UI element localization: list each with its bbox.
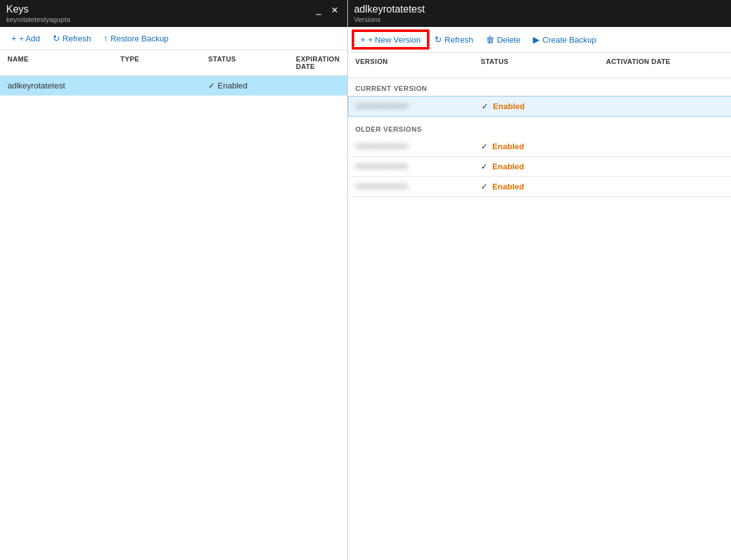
left-window-controls: ⎯ ✕ bbox=[313, 4, 341, 16]
right-table-body: CURRENT VERSION •••••••••••••••••••• ✓ E… bbox=[348, 78, 731, 560]
older-version-row-3[interactable]: •••••••••••••••••••• ✓ Enabled bbox=[348, 177, 731, 197]
vcol-header-status: STATUS bbox=[481, 58, 606, 73]
older-version-status-2: ✓ Enabled bbox=[481, 162, 606, 171]
current-check-icon: ✓ bbox=[481, 102, 488, 111]
older-enabled-text-3: Enabled bbox=[492, 182, 524, 191]
col-header-expdate: EXPIRATION DATE bbox=[296, 55, 340, 70]
add-button[interactable]: + + Add bbox=[5, 31, 46, 46]
restore-backup-label: Restore Backup bbox=[110, 34, 169, 43]
older-enabled-text-2: Enabled bbox=[492, 162, 524, 171]
blurred-older-id-1: •••••••••••••••••••• bbox=[355, 142, 408, 151]
left-title-info: Keys keyrotatetestyagupta bbox=[6, 4, 70, 23]
left-refresh-label: Refresh bbox=[63, 34, 92, 43]
right-refresh-button[interactable]: ↻ Refresh bbox=[428, 32, 480, 47]
left-refresh-icon: ↻ bbox=[53, 33, 60, 43]
new-version-button[interactable]: + + New Version bbox=[353, 31, 428, 48]
right-panel-title: adlkeyrotatetest bbox=[354, 4, 425, 15]
vcol-header-activation: ACTIVATION DATE bbox=[606, 58, 731, 73]
older-check-icon-1: ✓ bbox=[481, 142, 488, 151]
vcol-header-version: VERSION bbox=[355, 58, 481, 73]
older-version-row-2[interactable]: •••••••••••••••••••• ✓ Enabled bbox=[348, 157, 731, 177]
older-check-icon-2: ✓ bbox=[481, 162, 488, 171]
current-version-label: CURRENT VERSION bbox=[348, 78, 731, 96]
right-title-bar: adlkeyrotatetest Versions ⎯ ✕ bbox=[348, 0, 731, 27]
older-version-id-1: •••••••••••••••••••• bbox=[355, 142, 481, 151]
current-version-status: ✓ Enabled bbox=[481, 102, 607, 111]
left-toolbar: + + Add ↻ Refresh ↑ Restore Backup bbox=[0, 27, 347, 50]
new-version-icon: + bbox=[360, 34, 366, 45]
left-panel-subtitle: keyrotatetestyagupta bbox=[6, 16, 70, 23]
current-version-row[interactable]: •••••••••••••••••••• ✓ Enabled bbox=[348, 96, 731, 117]
left-panel-title: Keys bbox=[6, 4, 70, 15]
row-name: adlkeyrotatetest bbox=[8, 81, 120, 90]
create-backup-button[interactable]: ▶ Create Backup bbox=[527, 32, 602, 47]
older-version-status-3: ✓ Enabled bbox=[481, 182, 606, 191]
right-title-info: adlkeyrotatetest Versions bbox=[354, 4, 425, 23]
delete-button[interactable]: 🗑 Delete bbox=[480, 32, 527, 47]
right-panel-subtitle: Versions bbox=[354, 16, 425, 23]
left-panel: Keys keyrotatetestyagupta ⎯ ✕ + + Add ↻ … bbox=[0, 0, 348, 560]
right-panel: adlkeyrotatetest Versions ⎯ ✕ + + New Ve… bbox=[348, 0, 731, 560]
delete-icon: 🗑 bbox=[486, 34, 495, 45]
left-close-btn[interactable]: ✕ bbox=[329, 4, 341, 16]
restore-icon: ↑ bbox=[103, 33, 108, 43]
older-enabled-text-1: Enabled bbox=[492, 142, 524, 151]
right-toolbar: + + New Version ↻ Refresh 🗑 Delete ▶ Cre… bbox=[348, 27, 731, 53]
older-version-id-3: •••••••••••••••••••• bbox=[355, 182, 481, 191]
table-row[interactable]: adlkeyrotatetest ✓ Enabled bbox=[0, 76, 347, 96]
right-table-header: VERSION STATUS ACTIVATION DATE EXPIRATIO… bbox=[348, 53, 731, 78]
right-refresh-icon: ↻ bbox=[434, 34, 442, 45]
check-icon: ✓ bbox=[208, 81, 215, 90]
older-version-status-1: ✓ Enabled bbox=[481, 142, 606, 151]
restore-backup-button[interactable]: ↑ Restore Backup bbox=[97, 31, 175, 46]
create-backup-label: Create Backup bbox=[542, 35, 596, 45]
add-label: + Add bbox=[19, 34, 40, 43]
create-backup-icon: ▶ bbox=[533, 34, 540, 45]
current-version-id: •••••••••••••••••••• bbox=[356, 102, 481, 111]
older-check-icon-3: ✓ bbox=[481, 182, 488, 191]
left-title-bar: Keys keyrotatetestyagupta ⎯ ✕ bbox=[0, 0, 347, 27]
blurred-older-id-2: •••••••••••••••••••• bbox=[355, 162, 408, 171]
new-version-label: + New Version bbox=[368, 35, 421, 45]
right-refresh-label: Refresh bbox=[444, 35, 473, 45]
blurred-version-id: •••••••••••••••••••• bbox=[356, 102, 409, 111]
left-table-header: NAME TYPE STATUS EXPIRATION DATE bbox=[0, 50, 347, 76]
older-versions-label: OLDER VERSIONS bbox=[348, 119, 731, 137]
left-refresh-button[interactable]: ↻ Refresh bbox=[46, 31, 98, 46]
status-text: Enabled bbox=[218, 81, 248, 90]
left-table-body: adlkeyrotatetest ✓ Enabled bbox=[0, 76, 347, 560]
col-header-name: NAME bbox=[8, 55, 120, 70]
delete-label: Delete bbox=[497, 35, 521, 45]
col-header-status: STATUS bbox=[208, 55, 296, 70]
status-enabled: ✓ Enabled bbox=[208, 81, 296, 90]
add-icon: + bbox=[11, 33, 16, 43]
blurred-older-id-3: •••••••••••••••••••• bbox=[355, 182, 408, 191]
older-version-row-1[interactable]: •••••••••••••••••••• ✓ Enabled bbox=[348, 137, 731, 157]
row-status: ✓ Enabled bbox=[208, 81, 296, 90]
left-minimize-btn[interactable]: ⎯ bbox=[313, 4, 323, 16]
current-enabled-text: Enabled bbox=[493, 102, 525, 111]
col-header-type: TYPE bbox=[120, 55, 208, 70]
older-version-id-2: •••••••••••••••••••• bbox=[355, 162, 481, 171]
